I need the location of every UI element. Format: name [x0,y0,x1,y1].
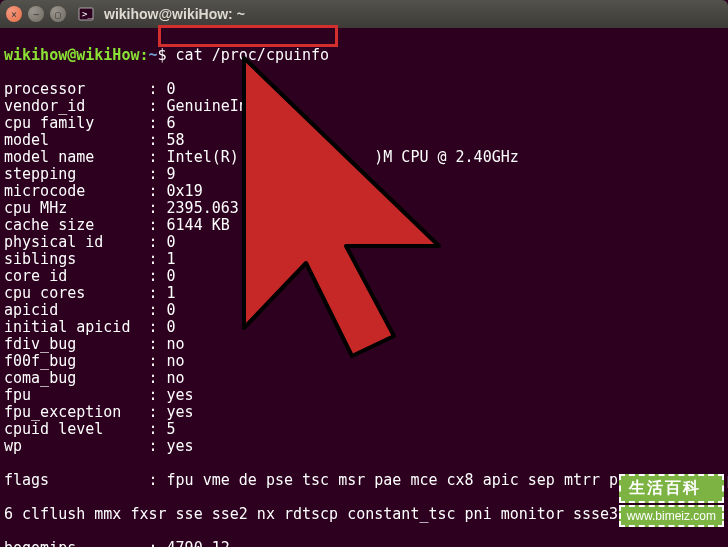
cpuinfo-row: model name : Intel(R) Core( )M CPU @ 2.4… [4,149,724,166]
cpuinfo-row: cpu MHz : 2395.063 [4,200,724,217]
titlebar: × − ▢ >_ wikihow@wikiHow: ~ [0,0,728,28]
svg-text:>_: >_ [82,9,93,19]
cpuinfo-row: cpu family : 6 [4,115,724,132]
cpuinfo-row: f00f_bug : no [4,353,724,370]
cpuinfo-row: wp : yes [4,438,724,455]
cpuinfo-row: microcode : 0x19 [4,183,724,200]
cpuinfo-row: vendor_id : GenuineIntel [4,98,724,115]
cpuinfo-row: bogomips : 4790.12 [4,540,724,547]
cpuinfo-row: initial apicid : 0 [4,319,724,336]
highlight-command-box [158,25,338,47]
cpuinfo-row: siblings : 1 [4,251,724,268]
cpuinfo-row: fpu : yes [4,387,724,404]
terminal-body[interactable]: wikihow@wikiHow:~$ cat /proc/cpuinfo pro… [0,28,728,547]
prompt-path: ~ [149,46,158,64]
terminal-icon: >_ [78,6,94,22]
cpuinfo-row: processor : 0 [4,81,724,98]
cpuinfo-row: coma_bug : no [4,370,724,387]
watermark-text-top: 生活百科 [619,474,724,503]
watermark-text-bottom: www.bimeiz.com [619,505,724,527]
prompt-line: wikihow@wikiHow:~$ cat /proc/cpuinfo [4,47,724,64]
minimize-icon[interactable]: − [28,6,44,22]
cpuinfo-row: cache size : 6144 KB [4,217,724,234]
cpuinfo-row: stepping : 9 [4,166,724,183]
prompt-userhost: wikihow@wikiHow [4,46,139,64]
cpuinfo-row: fdiv_bug : no [4,336,724,353]
cpuinfo-row: core id : 0 [4,268,724,285]
cpuinfo-row: cpu cores : 1 [4,285,724,302]
close-icon[interactable]: × [6,6,22,22]
window-title: wikihow@wikiHow: ~ [104,6,245,22]
cpuinfo-row: fpu_exception : yes [4,404,724,421]
cpuinfo-row: cpuid level : 5 [4,421,724,438]
cpuinfo-row: physical id : 0 [4,234,724,251]
cpuinfo-row: model : 58 [4,132,724,149]
watermark: 生活百科 www.bimeiz.com [619,474,724,527]
flags-line-1: flags : fpu vme de pse tsc msr pae mce c… [4,472,724,489]
window-controls: × − ▢ [6,6,66,22]
command-text: cat /proc/cpuinfo [176,46,330,64]
cpuinfo-row: apicid : 0 [4,302,724,319]
maximize-icon[interactable]: ▢ [50,6,66,22]
flags-line-2: 6 clflush mmx fxsr sse sse2 nx rdtscp co… [4,506,724,523]
